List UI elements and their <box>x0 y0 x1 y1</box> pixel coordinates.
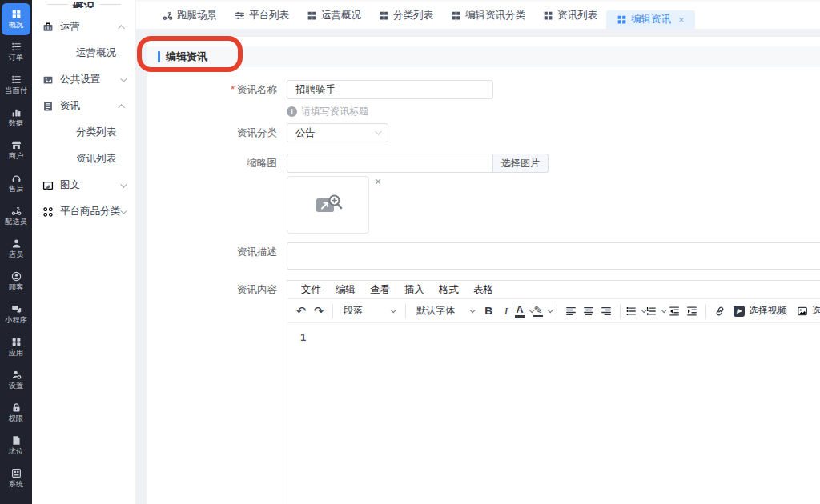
category-select[interactable]: 公告 <box>287 123 388 142</box>
menu-table[interactable]: 表格 <box>466 283 500 297</box>
rail-item-face-pay[interactable]: 当面付 <box>2 69 30 101</box>
form-row-category: 资讯分类 公告 <box>147 123 820 142</box>
shop-icon <box>11 140 22 150</box>
select-video-button[interactable]: ▶选择视频 <box>729 302 792 320</box>
rail-item-customers[interactable]: 顾客 <box>2 266 30 298</box>
close-icon[interactable]: × <box>678 14 685 25</box>
remove-thumbnail-icon[interactable]: × <box>375 176 381 187</box>
page-title: 编辑资讯 <box>166 50 207 64</box>
briefcase-icon <box>42 22 54 33</box>
rail-item-after-sales[interactable]: 售后 <box>2 167 30 199</box>
outdent-button[interactable] <box>665 302 683 320</box>
menu-view[interactable]: 查看 <box>363 283 397 297</box>
font-select[interactable]: 默认字体 <box>411 302 480 320</box>
sidebar-item-category-list[interactable]: 分类列表 <box>32 119 135 146</box>
numbered-list-button[interactable] <box>645 302 665 320</box>
rail-item-permissions[interactable]: 权限 <box>2 397 30 429</box>
link-button[interactable] <box>711 302 729 320</box>
name-hint: i 请填写资讯标题 <box>287 105 493 118</box>
description-textarea[interactable] <box>287 242 820 270</box>
sidebar-group-image-text[interactable]: 图文 <box>32 172 135 198</box>
undo-button[interactable]: ↶ <box>292 302 310 320</box>
tab-edit-news[interactable]: 编辑资讯× <box>606 10 695 29</box>
toolbar-separator <box>332 304 333 318</box>
indent-button[interactable] <box>683 302 701 320</box>
rail-item-apps[interactable]: 应用 <box>2 331 30 363</box>
headset-icon <box>11 173 22 183</box>
picture-icon <box>797 306 808 317</box>
redo-button[interactable]: ↷ <box>310 302 328 320</box>
menu-file[interactable]: 文件 <box>294 283 328 297</box>
chat-icon <box>11 304 22 314</box>
select-image-button[interactable]: 选择图片 <box>792 302 820 320</box>
choose-image-button[interactable]: 选择图片 <box>493 154 549 173</box>
italic-button[interactable]: I <box>497 302 515 320</box>
thumbnail-preview[interactable] <box>287 176 369 234</box>
bold-button[interactable]: B <box>480 302 497 320</box>
rail-item-label: 店员 <box>9 250 23 258</box>
tab-errand-scene[interactable]: 跑腿场景 <box>154 2 226 29</box>
sidebar-group-platform-categories[interactable]: 平台商品分类 <box>32 198 135 225</box>
thumbnail-label: 缩略图 <box>147 154 287 173</box>
rail-item-label: 当面付 <box>5 86 27 94</box>
editor-body[interactable]: 1 <box>287 323 820 504</box>
menu-insert[interactable]: 插入 <box>397 283 432 297</box>
rail-item-label: 配送员 <box>5 217 27 226</box>
tab-platform-list[interactable]: 平台列表 <box>226 2 298 29</box>
menu-edit[interactable]: 编辑 <box>328 283 363 297</box>
highlight-color-button[interactable]: ✎ <box>533 302 552 320</box>
toolbar-separator <box>557 304 557 318</box>
rail-item-overview[interactable]: 概况 <box>2 3 30 35</box>
sidebar-group-operations[interactable]: 运营 <box>32 14 135 40</box>
form-row-content: 资讯内容 文件 编辑 查看 插入 格式 表格 ↶ ↷ 段落 <box>147 280 820 504</box>
sidebar-group-news[interactable]: 资讯 <box>32 93 135 119</box>
primary-rail: 概况 订单 当面付 数据 商户 售后 配送员 店员 顾客 小程序 应用 设置 权… <box>0 0 32 504</box>
rail-item-settings[interactable]: 设置 <box>2 364 30 396</box>
tab-news-list[interactable]: 资讯列表 <box>534 2 606 29</box>
align-left-button[interactable] <box>562 302 580 320</box>
form-row-description: 资讯描述 <box>147 242 820 270</box>
outdent-icon <box>669 306 680 317</box>
menu-format[interactable]: 格式 <box>432 283 466 297</box>
rail-item-system[interactable]: 系统 <box>2 462 30 494</box>
file-icon <box>11 435 22 446</box>
rail-item-label: 售后 <box>9 184 23 193</box>
image-preview-icon <box>314 193 343 217</box>
thumbnail-input[interactable] <box>287 154 493 173</box>
rail-item-data[interactable]: 数据 <box>2 102 30 134</box>
tab-category-list[interactable]: 分类列表 <box>370 2 442 29</box>
bar-chart-icon <box>11 107 22 118</box>
page-title-strip: 编辑资讯 <box>147 46 820 67</box>
list-icon <box>11 42 22 52</box>
content-label: 资讯内容 <box>147 280 287 299</box>
rail-item-couriers[interactable]: 配送员 <box>2 200 30 232</box>
numbered-list-icon <box>645 306 657 317</box>
align-center-button[interactable] <box>580 302 597 320</box>
tab-edit-news-category[interactable]: 编辑资讯分类 <box>442 2 534 29</box>
lock-icon <box>11 402 22 413</box>
main-area: 跑腿场景 平台列表 运营概况 分类列表 编辑资讯分类 资讯列表 编辑资讯× 编辑… <box>136 0 820 504</box>
form-row-thumbnail: 缩略图 选择图片 <box>147 154 820 234</box>
rail-item-orders[interactable]: 订单 <box>2 36 30 68</box>
rail-item-mini-program[interactable]: 小程序 <box>2 298 30 330</box>
text-color-button[interactable]: A <box>515 302 533 320</box>
sidebar-item-operations-overview[interactable]: 运营概况 <box>32 40 135 66</box>
sliders-icon <box>235 10 245 21</box>
paragraph-select[interactable]: 段落 <box>338 302 400 320</box>
tab-operations-overview[interactable]: 运营概况 <box>298 2 370 29</box>
rail-item-merchants[interactable]: 商户 <box>2 134 30 166</box>
news-name-input[interactable] <box>287 80 493 99</box>
scooter-icon <box>163 10 173 21</box>
sidebar-group-public-settings[interactable]: 公共设置 <box>32 66 135 93</box>
person-circle-icon <box>11 271 22 282</box>
rail-item-staff[interactable]: 店员 <box>2 233 30 265</box>
bullet-list-button[interactable] <box>625 302 645 320</box>
divider <box>100 4 121 5</box>
toolbar-separator <box>705 304 706 318</box>
secondary-sidebar: 概况 运营 运营概况 公共设置 资讯 分类列表 资讯列表 图文 平台商品分类 <box>32 0 136 504</box>
align-right-button[interactable] <box>597 302 615 320</box>
rail-item-label: 概况 <box>9 20 23 29</box>
align-left-icon <box>565 306 577 317</box>
rail-item-slots[interactable]: 坑位 <box>2 430 30 462</box>
sidebar-item-news-list[interactable]: 资讯列表 <box>32 146 135 172</box>
